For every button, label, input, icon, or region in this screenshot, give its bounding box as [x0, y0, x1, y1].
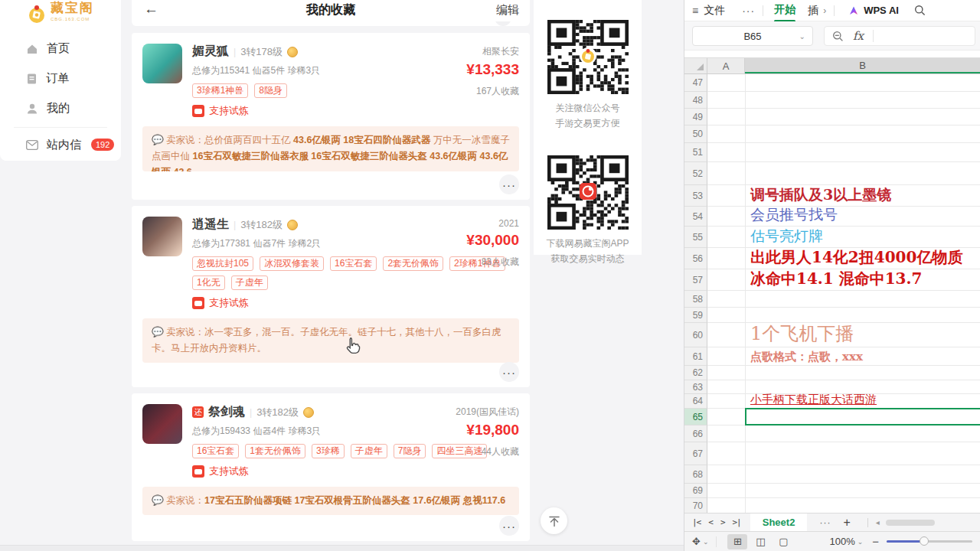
tab-home[interactable]: 开始 — [774, 3, 795, 18]
sheet-grid[interactable]: 47484950515253调号插队及3以上墨镜54会员推号找号55估号亮灯牌5… — [684, 74, 980, 513]
cell-name-box[interactable]: B65 ⌄ — [692, 26, 813, 46]
row-header-67[interactable]: 67 — [684, 442, 707, 465]
zoom-out-button[interactable]: − — [872, 535, 879, 548]
add-sheet-button[interactable]: + — [843, 516, 850, 530]
cbg-logo[interactable]: 藏宝阁 CBG.163.COM — [0, 0, 121, 24]
collection-header: ← 我的收藏 编辑 — [132, 0, 530, 21]
row-header-58[interactable]: 58 — [684, 291, 707, 308]
zoom-level[interactable]: 100% — [829, 536, 854, 547]
toolbar-more-button[interactable]: ··· — [742, 5, 755, 17]
character-name: 媚灵狐 — [192, 44, 229, 60]
sidebar: 藏宝阁 CBG.163.COM 首页 订单 我的 站内信 192 — [0, 0, 121, 161]
listing-card[interactable]: 逍遥生|3转182级总修为177381 仙器7件 珍稀2只忽视抗封105冰混双修… — [132, 206, 530, 387]
sidebar-item-label: 首页 — [47, 41, 70, 56]
row-header-51[interactable]: 51 — [684, 143, 707, 162]
row-header-53[interactable]: 53 — [684, 185, 707, 207]
selection-mode-caret-icon[interactable]: ⌄ — [703, 538, 709, 546]
zoom-slider-knob[interactable] — [920, 536, 929, 546]
hscroll-thumb[interactable] — [886, 520, 935, 526]
character-avatar[interactable] — [142, 404, 182, 444]
attribute-tag: 3珍稀1神兽 — [192, 83, 248, 98]
file-menu[interactable]: 文件 — [704, 4, 725, 18]
view-split-button[interactable]: ◫ — [750, 534, 770, 549]
more-options-button[interactable]: ··· — [499, 362, 519, 382]
row-header-63[interactable]: 63 — [684, 380, 707, 394]
row-header-64[interactable]: 64 — [684, 394, 707, 409]
row-header-50[interactable]: 50 — [684, 126, 707, 143]
sidebar-item-mine[interactable]: 我的 — [0, 93, 121, 123]
previous-card-remnant — [132, 21, 530, 26]
attribute-tag: 子虚年 — [231, 276, 268, 290]
server-name: 相聚长安 — [466, 45, 519, 58]
sheet-tab-sheet2[interactable]: Sheet2 — [750, 514, 808, 531]
column-header-a[interactable]: A — [707, 58, 745, 73]
zoom-caret-icon[interactable]: ⌄ — [858, 538, 864, 546]
row-header-47[interactable]: 47 — [684, 74, 707, 92]
hscroll-left-arrow-icon[interactable]: ◂ — [876, 518, 880, 527]
row-header-60[interactable]: 60 — [684, 323, 707, 347]
attribute-tag: 子虚年 — [351, 444, 387, 458]
column-header-b[interactable]: B — [745, 58, 980, 73]
search-icon[interactable] — [914, 5, 926, 16]
hamburger-menu-icon[interactable]: ≡ — [692, 5, 698, 17]
row-header-48[interactable]: 48 — [684, 92, 707, 109]
sheet-list-button[interactable]: ··· — [819, 517, 831, 528]
sheet-nav-last-icon[interactable]: >| — [733, 517, 741, 527]
row-header-59[interactable]: 59 — [684, 308, 707, 323]
zoom-slider[interactable] — [887, 540, 972, 543]
zoom-slider-fill — [887, 540, 923, 543]
qr1-caption-line2: 手游交易更方便 — [534, 116, 642, 131]
sidebar-item-messages[interactable]: 站内信 192 — [0, 129, 121, 160]
character-avatar[interactable] — [142, 217, 182, 256]
listing-card[interactable]: 媚灵狐|3转178级总修为115341 仙器5件 珍稀3只3珍稀1神兽8隐身支持… — [132, 33, 530, 200]
more-options-button[interactable]: ··· — [499, 516, 519, 536]
tabs-overflow-chevron[interactable]: › — [823, 5, 826, 16]
row-header-61[interactable]: 61 — [684, 347, 707, 366]
trial-icon — [192, 465, 204, 478]
attribute-tag: 16宝石套 — [330, 256, 377, 271]
coin-badge-icon — [287, 220, 298, 230]
zoom-out-icon[interactable] — [832, 31, 844, 42]
sidebar-item-label: 站内信 — [47, 138, 81, 152]
sidebar-item-orders[interactable]: 订单 — [0, 64, 121, 93]
more-options-button[interactable]: ··· — [499, 174, 519, 194]
row-header-56[interactable]: 56 — [684, 248, 707, 269]
sheet-nav-first-icon[interactable]: |< — [692, 517, 701, 527]
row-header-65[interactable]: 65 — [684, 409, 707, 425]
row-header-66[interactable]: 66 — [684, 425, 707, 442]
favorite-count: 167人收藏 — [466, 85, 519, 98]
edit-button[interactable]: 编辑 — [496, 3, 519, 18]
row-header-49[interactable]: 49 — [684, 109, 707, 126]
row-header-55[interactable]: 55 — [684, 227, 707, 248]
character-avatar[interactable] — [142, 44, 182, 83]
sheet-nav-next-icon[interactable]: > — [720, 517, 725, 527]
fx-icon[interactable]: fx — [853, 29, 864, 43]
select-all-corner[interactable] — [684, 58, 707, 73]
character-level: 3转182级 — [240, 218, 283, 232]
back-to-top-button[interactable] — [541, 507, 567, 534]
listing-right-column: 2019(国风佳话)¥19,80044人收藏 — [456, 406, 519, 458]
listing-list: 媚灵狐|3转178级总修为115341 仙器5件 珍稀3只3珍稀1神兽8隐身支持… — [132, 33, 530, 541]
character-name: 逍遥生 — [192, 217, 229, 233]
row-header-69[interactable]: 69 — [684, 484, 707, 498]
server-name: 2021 — [466, 218, 519, 229]
row-header-62[interactable]: 62 — [684, 366, 707, 380]
tab-insert[interactable]: 插 — [808, 4, 818, 18]
formula-input[interactable]: fx — [824, 26, 975, 46]
row-gridline — [707, 483, 980, 484]
sidebar-item-home[interactable]: 首页 — [0, 34, 121, 64]
view-normal-button[interactable]: ⊞ — [727, 534, 747, 549]
selection-mode-icon[interactable]: ✥ — [692, 536, 701, 547]
row-header-57[interactable]: 57 — [684, 269, 707, 291]
seller-note-prefix: 💬 卖家说： — [152, 495, 204, 506]
name-divider: | — [234, 47, 236, 57]
row-header-52[interactable]: 52 — [684, 162, 707, 185]
row-header-68[interactable]: 68 — [684, 465, 707, 484]
row-header-70[interactable]: 70 — [684, 498, 707, 513]
listing-card[interactable]: 还祭剑魂|3转182级总修为159433 仙器4件 珍稀3只16宝石套1套无价佩… — [132, 393, 530, 541]
attribute-tag: 1套无价佩饰 — [245, 444, 305, 458]
sheet-nav-prev-icon[interactable]: < — [708, 517, 713, 527]
row-header-54[interactable]: 54 — [684, 207, 707, 227]
wps-ai-button[interactable]: WPS AI — [848, 5, 899, 16]
view-page-button[interactable]: ▢ — [773, 534, 793, 549]
